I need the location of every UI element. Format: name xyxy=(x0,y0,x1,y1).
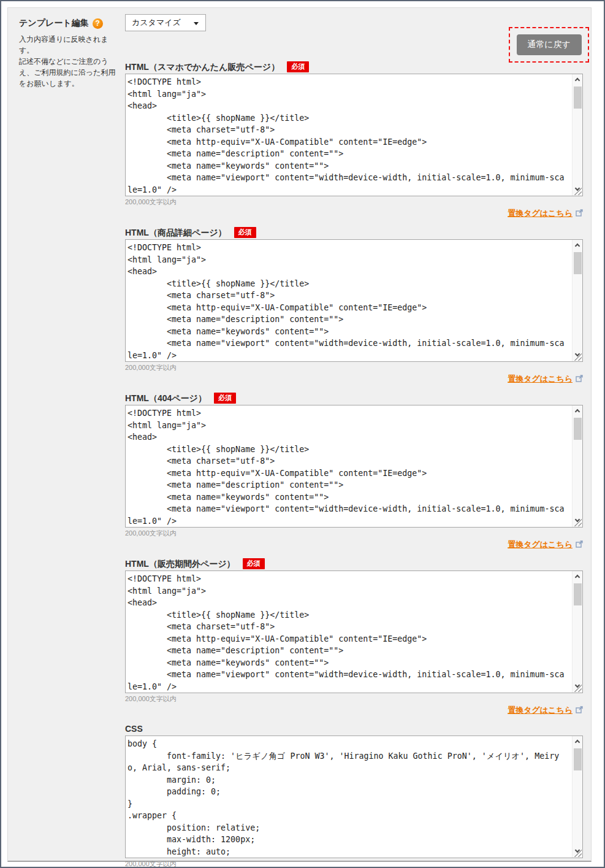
required-badge: 必須 xyxy=(214,393,236,404)
scrollbar[interactable] xyxy=(572,74,582,196)
code-editor-wrap: <!DOCTYPE html> <html lang="ja"> <head> … xyxy=(125,570,583,693)
html-404-textarea[interactable]: <!DOCTYPE html> <html lang="ja"> <head> … xyxy=(125,405,583,528)
scrollbar[interactable] xyxy=(572,240,582,361)
scroll-up-icon[interactable] xyxy=(573,737,583,747)
section-html-smartphone: HTML（スマホでかんたん販売ページ）必須 <!DOCTYPE html> <h… xyxy=(125,61,583,218)
replace-tag-link-row: 置換タグはこちら xyxy=(125,207,583,218)
template-edit-screen: テンプレート編集 ? 入力内容通りに反映されます。 記述不備などにご注意のうえ、… xyxy=(0,0,605,868)
sidebar-title-row: テンプレート編集 ? xyxy=(19,18,123,29)
scrollbar[interactable] xyxy=(572,405,582,527)
scrollbar[interactable] xyxy=(572,571,582,693)
scrollbar-thumb[interactable] xyxy=(574,748,582,770)
scroll-up-icon[interactable] xyxy=(573,572,583,582)
chevron-up-icon xyxy=(575,575,580,580)
replace-tag-link[interactable]: 置換タグはこちら xyxy=(508,209,573,218)
chevron-up-icon xyxy=(575,78,580,83)
chevron-up-icon xyxy=(575,244,580,248)
template-edit-panel: テンプレート編集 ? 入力内容通りに反映されます。 記述不備などにご注意のうえ、… xyxy=(7,7,592,862)
section-html-out-of-sale: HTML（販売期間外ページ）必須 <!DOCTYPE html> <html l… xyxy=(125,558,583,715)
external-link-icon[interactable] xyxy=(576,208,583,218)
chevron-up-icon xyxy=(575,740,580,745)
section-title-text: HTML（販売期間外ページ） xyxy=(125,559,235,569)
section-title-text: HTML（スマホでかんたん販売ページ） xyxy=(125,62,280,72)
scroll-up-icon[interactable] xyxy=(573,75,583,85)
section-title: HTML（スマホでかんたん販売ページ）必須 xyxy=(125,61,583,72)
required-badge: 必須 xyxy=(287,61,309,72)
html-item-detail-textarea[interactable]: <!DOCTYPE html> <html lang="ja"> <head> … xyxy=(125,239,583,362)
scrollbar[interactable] xyxy=(572,736,582,858)
scrollbar-thumb[interactable] xyxy=(574,86,582,109)
char-limit-label: 200,000文字以内 xyxy=(125,364,583,372)
html-smartphone-textarea[interactable]: <!DOCTYPE html> <html lang="ja"> <head> … xyxy=(125,74,583,196)
template-type-select-value: カスタマイズ xyxy=(132,17,181,28)
template-type-select[interactable]: カスタマイズ xyxy=(125,14,206,31)
char-limit-label: 200,000文字以内 xyxy=(125,695,583,703)
code-editor-wrap: <!DOCTYPE html> <html lang="ja"> <head> … xyxy=(125,405,583,528)
section-html-404: HTML（404ページ）必須 <!DOCTYPE html> <html lan… xyxy=(125,393,583,549)
scroll-up-icon[interactable] xyxy=(573,406,583,417)
char-limit-label: 200,000文字以内 xyxy=(125,529,583,537)
section-title: HTML（販売期間外ページ）必須 xyxy=(125,558,583,569)
section-html-item-detail: HTML（商品詳細ページ）必須 <!DOCTYPE html> <html la… xyxy=(125,227,583,383)
page-title: テンプレート編集 xyxy=(19,18,89,29)
char-limit-label: 200,000文字以内 xyxy=(125,198,583,206)
chevron-down-icon xyxy=(194,22,199,25)
code-editor-wrap: <!DOCTYPE html> <html lang="ja"> <head> … xyxy=(125,239,583,362)
section-title-text: HTML（404ページ） xyxy=(125,393,207,403)
code-editor-wrap: <!DOCTYPE html> <html lang="ja"> <head> … xyxy=(125,74,583,196)
section-title-text: CSS xyxy=(125,724,143,734)
replace-tag-link-row: 置換タグはこちら xyxy=(125,373,583,383)
replace-tag-link[interactable]: 置換タグはこちら xyxy=(508,705,573,715)
section-title-text: HTML（商品詳細ページ） xyxy=(125,228,227,237)
required-badge: 必須 xyxy=(234,227,256,238)
required-badge: 必須 xyxy=(243,558,265,569)
sidebar-description: 入力内容通りに反映されます。 記述不備などにご注意のうえ、ご利用規約に沿った利用… xyxy=(19,34,121,89)
char-limit-label: 200,000文字以内 xyxy=(125,860,583,868)
external-link-icon[interactable] xyxy=(576,705,583,715)
external-link-icon[interactable] xyxy=(576,374,583,384)
scrollbar-thumb[interactable] xyxy=(574,252,582,274)
scroll-up-icon[interactable] xyxy=(573,240,583,251)
replace-tag-link-row: 置換タグはこちら xyxy=(125,539,583,549)
help-question-icon[interactable]: ? xyxy=(93,18,103,29)
main-column: カスタマイズ HTML（スマホでかんたん販売ページ）必須 <!DOCTYPE h… xyxy=(125,8,583,868)
replace-tag-link[interactable]: 置換タグはこちら xyxy=(508,374,573,383)
section-title: HTML（商品詳細ページ）必須 xyxy=(125,227,583,238)
section-title: CSS xyxy=(125,724,583,734)
code-editor-wrap: body { font-family: 'ヒラギノ角ゴ ProN W3', 'H… xyxy=(125,735,583,858)
replace-tag-link[interactable]: 置換タグはこちら xyxy=(508,540,573,549)
css-textarea[interactable]: body { font-family: 'ヒラギノ角ゴ ProN W3', 'H… xyxy=(125,735,583,858)
scrollbar-thumb[interactable] xyxy=(574,583,582,605)
chevron-up-icon xyxy=(575,409,580,414)
section-title: HTML（404ページ）必須 xyxy=(125,393,583,404)
scrollbar-thumb[interactable] xyxy=(574,418,582,440)
sidebar: テンプレート編集 ? 入力内容通りに反映されます。 記述不備などにご注意のうえ、… xyxy=(19,18,123,89)
section-css: CSS body { font-family: 'ヒラギノ角ゴ ProN W3'… xyxy=(125,724,583,868)
replace-tag-link-row: 置換タグはこちら xyxy=(125,704,583,715)
external-link-icon[interactable] xyxy=(576,539,583,550)
html-out-of-sale-textarea[interactable]: <!DOCTYPE html> <html lang="ja"> <head> … xyxy=(125,570,583,693)
